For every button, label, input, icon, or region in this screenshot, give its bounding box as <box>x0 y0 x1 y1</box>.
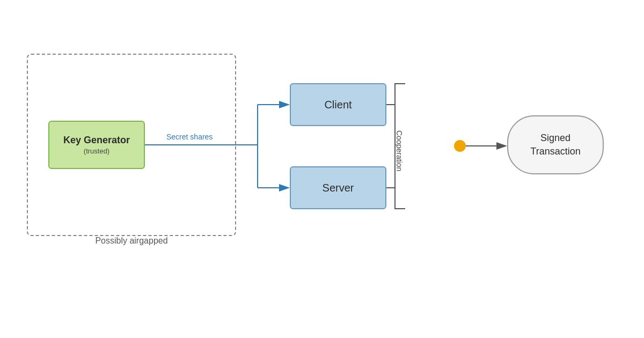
orange-dot <box>454 140 466 152</box>
cooperation-label: Cooperation <box>395 130 404 171</box>
server-box: Server <box>290 166 386 209</box>
signed-transaction-label: Signed Transaction <box>530 131 580 158</box>
cooperation-bracket-bottom <box>394 208 405 209</box>
diagram-container: Possibly airgapped Key Generator (truste… <box>0 0 644 338</box>
cooperation-bracket-top <box>394 83 405 84</box>
airgapped-label: Possibly airgapped <box>27 236 236 246</box>
key-generator-subtitle: (trusted) <box>84 147 109 155</box>
signed-transaction-box: Signed Transaction <box>507 115 604 174</box>
server-label: Server <box>323 182 354 194</box>
key-generator-box: Key Generator (trusted) <box>48 121 145 169</box>
client-label: Client <box>324 99 352 111</box>
key-generator-title: Key Generator <box>63 135 130 146</box>
client-box: Client <box>290 83 386 126</box>
